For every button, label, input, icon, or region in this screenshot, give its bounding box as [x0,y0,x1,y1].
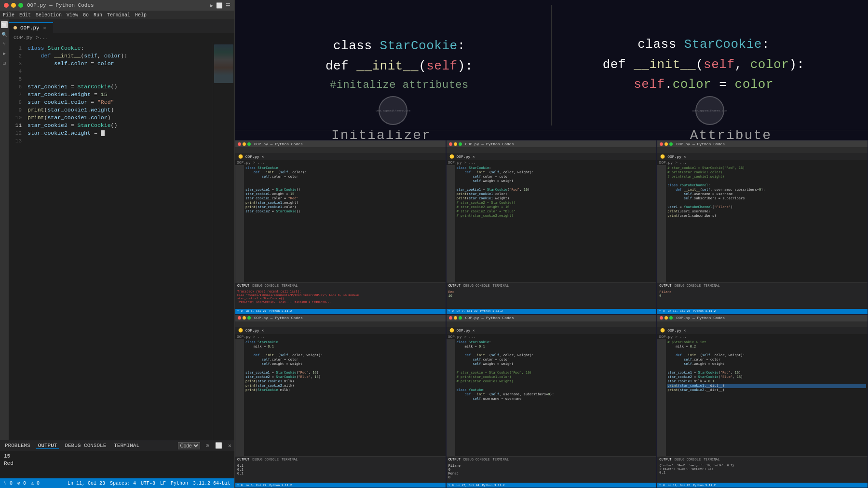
encoding: UTF-8 [141,481,155,486]
tab-terminal[interactable]: TERMINAL [112,443,141,448]
menubar: File Edit Selection View Go Run Terminal… [0,11,234,19]
breadcrumb: OOP.py >... [9,33,234,42]
warning-count: ⚠ 0 [31,480,40,486]
window-controls[interactable] [4,3,23,8]
menu-view[interactable]: View [67,13,78,18]
close-button[interactable] [4,3,9,8]
maximize-button[interactable] [18,3,23,8]
extensions-icon[interactable]: ⊞ [3,60,6,66]
mini-slide-4: OOP.py — Python Codes 🟡 OOP.py ✕ OOP.py … [235,314,446,488]
clear-output-button[interactable]: ⊘ [206,442,209,449]
terminal-panel: PROBLEMS OUTPUT DEBUG CONSOLE TERMINAL C… [0,440,234,478]
spaces: Spaces: 4 [110,481,136,486]
terminal-tabs: PROBLEMS OUTPUT DEBUG CONSOLE TERMINAL C… [0,440,234,451]
explorer-icon[interactable]: ⬜ [1,21,8,28]
logo-left: www.appsmithaero.com [379,96,407,125]
file-tab[interactable]: OOP.py ✕ [9,22,53,33]
terminal-content: 15 Red [0,451,234,469]
titlebar-icons: ▶⬜☰ [210,2,231,9]
statusbar: ⑂ 0 ⊗ 0 ⚠ 0 Ln 11, Col 23 Spaces: 4 UTF-… [0,478,234,488]
minimize-button[interactable] [11,3,16,8]
git-branch: ⑂ 0 [4,481,13,486]
tab-close-button[interactable]: ✕ [41,25,48,31]
eol: LF [160,481,166,486]
mini-slide-1: OOP.py — Python Codes 🟡 OOP.py ✕ OOP.py … [235,140,446,314]
menu-run[interactable]: Run [94,13,102,18]
menu-edit[interactable]: Edit [19,13,31,18]
code-content[interactable]: class StarCookie: def __init__(self, col… [26,42,213,440]
tab-debug[interactable]: DEBUG CONSOLE [63,443,108,448]
code-editor[interactable]: 1 2 3 4 5 6 7 8 9 10 11 12 13 [9,42,234,440]
python-version: 3.11.2 64-bit [193,481,231,486]
search-icon[interactable]: 🔍 [1,32,7,38]
output-line-1: 15 [4,453,231,460]
tab-output[interactable]: OUTPUT [36,443,59,449]
output-selector[interactable]: Code [178,442,200,449]
right-slide-code: class StarCookie: def __init__(self, col… [603,35,805,95]
left-slide-code: class StarCookie: def __init__(self): #i… [326,36,473,93]
code-class-kw: class [333,39,380,53]
window-title: OOP.py — Python Codes [27,2,94,8]
close-terminal-button[interactable]: ✕ [228,442,231,449]
menu-selection[interactable]: Selection [36,13,62,18]
mini-slide-5: OOP.py — Python Codes 🟡 OOP.py ✕ OOP.py … [446,314,657,488]
run-icon[interactable]: ▶ [3,51,6,56]
tab-problems[interactable]: PROBLEMS [3,443,32,448]
menu-file[interactable]: File [3,13,14,18]
logo-right: www.appsmithaero.com [695,96,724,125]
git-icon[interactable]: ⑂ [3,42,6,47]
error-count: ⊗ 0 [17,480,26,486]
mini-slide-3: OOP.py — Python Codes 🟡 OOP.py ✕ OOP.py … [657,140,868,314]
presentation-panel: class StarCookie: def __init__(self): #i… [235,0,868,488]
language: Python [171,481,188,486]
split-terminal-button[interactable]: ⬜ [215,442,222,449]
menu-go[interactable]: Go [83,13,89,18]
titlebar: OOP.py — Python Codes ▶⬜☰ [0,0,234,11]
mini-slide-2: OOP.py — Python Codes 🟡 OOP.py ✕ OOP.py … [446,140,657,314]
line-numbers: 1 2 3 4 5 6 7 8 9 10 11 12 13 [9,42,26,440]
output-line-2: Red [4,460,231,467]
line-col: Ln 11, Col 23 [68,481,105,486]
menu-help[interactable]: Help [135,13,147,18]
menu-terminal[interactable]: Terminal [107,13,130,18]
vscode-editor: OOP.py — Python Codes ▶⬜☰ File Edit Sele… [0,0,235,488]
mini-slide-6: OOP.py — Python Codes 🟡 OOP.py ✕ OOP.py … [657,314,868,488]
mini-slides-grid: OOP.py — Python Codes 🟡 OOP.py ✕ OOP.py … [235,140,868,488]
top-slides: class StarCookie: def __init__(self): #i… [235,0,868,130]
